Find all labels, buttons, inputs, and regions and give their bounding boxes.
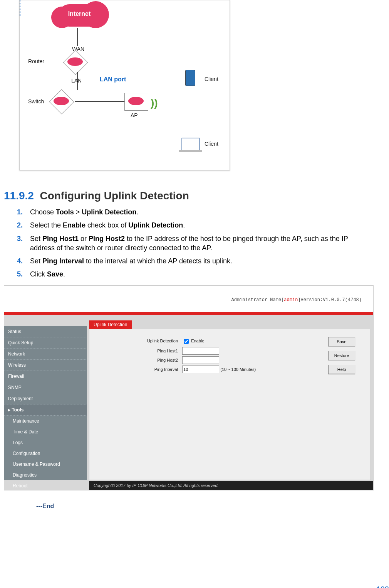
section-heading: 11.9.2 Configuring Uplink Detection xyxy=(4,190,374,202)
hint-ping-interval: (10 ~ 100 Minutes) xyxy=(220,367,256,372)
conn-internet-router xyxy=(77,28,78,46)
sidebar-item-wireless[interactable]: Wireless xyxy=(4,360,87,371)
sidebar-item-deployment[interactable]: Deployment xyxy=(4,393,87,404)
step-item: 2.Select the Enable check box of Uplink … xyxy=(17,221,374,230)
label-enable: Enable xyxy=(191,339,204,343)
label-ping-interval: Ping Interval xyxy=(136,367,178,372)
sidebar-subitem-time-date[interactable]: Time & Date xyxy=(4,426,87,437)
row-ping-host1: Ping Host1 xyxy=(136,347,219,355)
client2-label: Client xyxy=(205,141,218,147)
sidebar-subitem-configuration[interactable]: Configuration xyxy=(4,448,87,459)
step-item: 5.Click Save. xyxy=(17,270,374,279)
step-text: Select the Enable check box of Uplink De… xyxy=(30,221,185,229)
step-item: 3.Set Ping Host1 or Ping Host2 to the IP… xyxy=(17,234,374,253)
row-uplink-detection: Uplink Detection Enable xyxy=(136,338,204,345)
sidebar-subitem-diagnostics[interactable]: Diagnostics xyxy=(4,470,87,480)
step-number: 5. xyxy=(17,270,23,279)
steps-list: 1.Choose Tools > Uplink Detection.2.Sele… xyxy=(17,207,374,279)
step-number: 3. xyxy=(17,234,23,243)
admin-footer: Copyright© 2017 by IP-COM Networks Co.,L… xyxy=(89,481,373,490)
admin-screenshot: Administrator Name[admin]Version:V1.0.0.… xyxy=(4,285,374,490)
sidebar-item-quick-setup[interactable]: Quick Setup xyxy=(4,337,87,349)
ap-icon xyxy=(124,93,146,110)
sidebar-subitem-maintenance[interactable]: Maintenance xyxy=(4,416,87,426)
router-icon xyxy=(67,54,88,71)
admin-info-prefix: Administrator Name[ xyxy=(231,297,284,303)
step-number: 4. xyxy=(17,256,23,266)
sidebar-item-snmp[interactable]: SNMP xyxy=(4,382,87,393)
network-diagram: Internet WAN Router LAN LAN port Switch … xyxy=(19,0,230,170)
admin-username: admin xyxy=(284,297,298,303)
ap-label: AP xyxy=(131,112,138,118)
admin-sidebar: StatusQuick SetupNetworkWirelessFirewall… xyxy=(4,326,87,480)
checkbox-enable[interactable] xyxy=(184,339,189,344)
row-ping-host2: Ping Host2 xyxy=(136,356,219,364)
page-number: 102 xyxy=(376,585,389,588)
label-ping-host1: Ping Host1 xyxy=(136,349,178,353)
step-item: 4.Set Ping Interval to the interval at w… xyxy=(17,256,374,266)
input-ping-host1[interactable] xyxy=(182,347,219,355)
input-ping-host2[interactable] xyxy=(182,356,219,364)
input-ping-interval[interactable] xyxy=(182,366,219,373)
step-text: Choose Tools > Uplink Detection. xyxy=(30,208,138,216)
label-ping-host2: Ping Host2 xyxy=(136,358,178,362)
lan-label: LAN xyxy=(71,78,82,84)
save-button[interactable]: Save xyxy=(328,337,355,346)
step-number: 2. xyxy=(17,221,23,230)
client-laptop-icon xyxy=(181,138,200,151)
internet-label: Internet xyxy=(58,10,101,17)
internet-cloud: Internet xyxy=(58,4,101,27)
router-label: Router xyxy=(28,58,44,64)
admin-redbar xyxy=(4,312,373,315)
step-item: 1.Choose Tools > Uplink Detection. xyxy=(17,207,374,217)
sidebar-item-network[interactable]: Network xyxy=(4,349,87,360)
restore-button[interactable]: Restore xyxy=(328,351,355,360)
step-text: Set Ping Host1 or Ping Host2 to the IP a… xyxy=(30,235,348,252)
sidebar-subitem-username-password[interactable]: Username & Password xyxy=(4,459,87,470)
sidebar-subitem-logs[interactable]: Logs xyxy=(4,437,87,448)
step-text: Click Save. xyxy=(30,270,65,278)
section-title: Configuring Uplink Detection xyxy=(40,190,189,202)
label-uplink-detection: Uplink Detection xyxy=(136,339,178,343)
help-button[interactable]: Help xyxy=(328,365,355,374)
row-ping-interval: Ping Interval (10 ~ 100 Minutes) xyxy=(136,366,256,373)
conn-switch-ap xyxy=(75,101,125,102)
admin-panel: Uplink Detection Enable Ping Host1 Ping … xyxy=(89,329,371,480)
sidebar-subitem-reboot[interactable]: Reboot xyxy=(4,480,87,490)
step-number: 1. xyxy=(17,207,23,217)
wifi-icon: )) xyxy=(151,97,158,109)
client1-label: Client xyxy=(205,76,218,82)
sidebar-item-firewall[interactable]: Firewall xyxy=(4,371,87,382)
sidebar-item-tools[interactable]: ▸ Tools xyxy=(4,404,87,416)
section-number: 11.9.2 xyxy=(4,190,34,202)
end-marker: ---End xyxy=(36,503,374,510)
step-text: Set Ping Interval to the interval at whi… xyxy=(30,257,232,265)
admin-info: Administrator Name[admin]Version:V1.0.0.… xyxy=(231,297,362,303)
sidebar-item-status[interactable]: Status xyxy=(4,326,87,337)
switch-icon xyxy=(53,93,74,110)
tab-uplink-detection[interactable]: Uplink Detection xyxy=(89,320,132,329)
switch-label: Switch xyxy=(28,98,44,104)
client-phone-icon xyxy=(185,70,195,86)
lan-port-label: LAN port xyxy=(100,76,126,83)
lan-port-pointer xyxy=(20,0,230,16)
admin-info-suffix: ]Version:V1.0.0.7(4748) xyxy=(298,297,362,303)
